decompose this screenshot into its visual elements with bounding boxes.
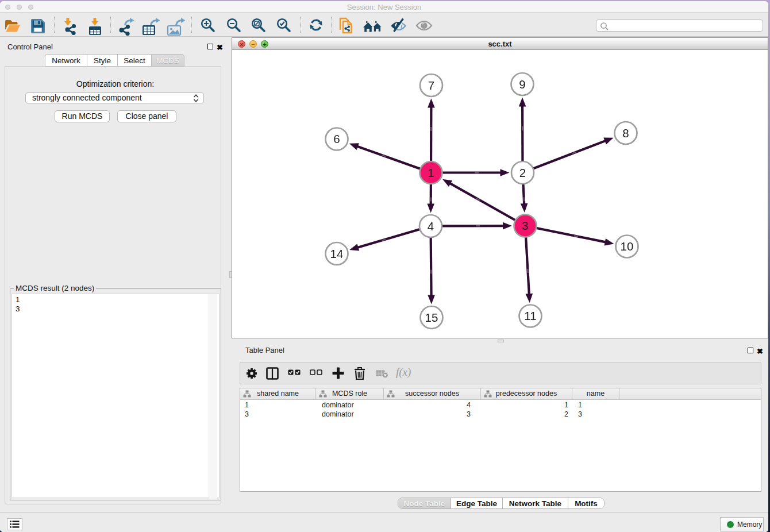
svg-text:2: 2	[519, 166, 526, 179]
svg-text:10: 10	[621, 240, 634, 253]
svg-text:9: 9	[519, 78, 525, 91]
svg-text:8: 8	[622, 126, 629, 140]
svg-text:15: 15	[425, 311, 438, 324]
svg-text:3: 3	[522, 219, 528, 232]
svg-text:11: 11	[524, 309, 536, 322]
svg-text:7: 7	[428, 79, 434, 92]
svg-text:1: 1	[428, 166, 434, 179]
svg-text:14: 14	[330, 247, 344, 260]
svg-text:4: 4	[428, 219, 434, 233]
svg-text:6: 6	[333, 132, 340, 145]
